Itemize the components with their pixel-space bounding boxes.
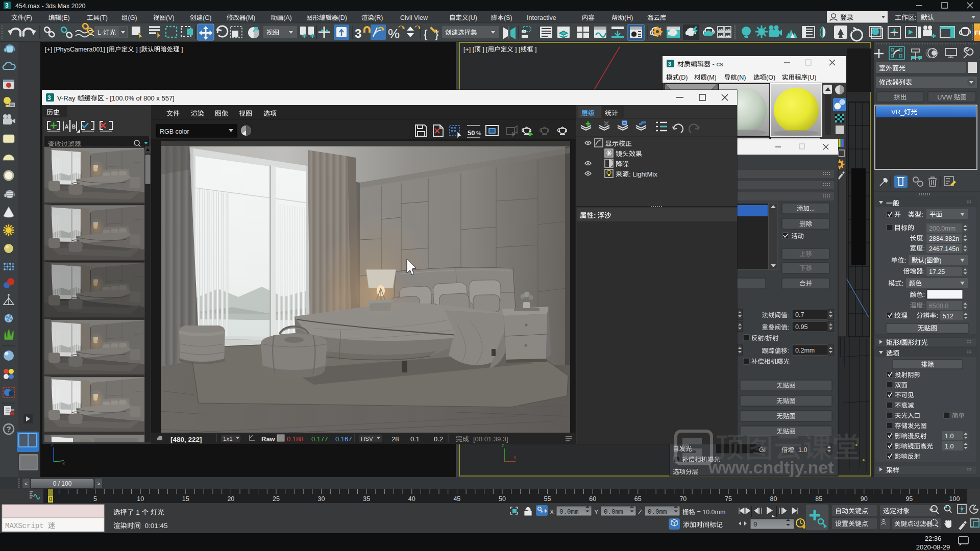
svg-text:Civil View: Civil View bbox=[400, 14, 428, 21]
svg-text::: : bbox=[904, 257, 906, 264]
svg-text::: : bbox=[594, 212, 598, 219]
svg-text:>: > bbox=[97, 481, 100, 487]
svg-text:(M): (M) bbox=[707, 74, 717, 81]
svg-text:{: { bbox=[424, 28, 427, 40]
svg-text:65: 65 bbox=[634, 495, 642, 503]
svg-text:A: A bbox=[65, 124, 68, 130]
svg-text:/: / bbox=[764, 335, 766, 342]
svg-text::: : bbox=[788, 324, 789, 331]
svg-text:75: 75 bbox=[725, 495, 732, 503]
svg-text:200.0mm: 200.0mm bbox=[929, 225, 955, 232]
svg-text::: : bbox=[915, 14, 917, 21]
svg-text:}: } bbox=[435, 28, 438, 40]
svg-text:V-Ray: V-Ray bbox=[57, 94, 77, 102]
svg-text:[+] [: [+] [ bbox=[463, 46, 475, 53]
svg-text:): ) bbox=[939, 257, 941, 264]
svg-text:= 10.0mm: = 10.0mm bbox=[695, 509, 725, 516]
svg-text:VR_: VR_ bbox=[891, 108, 904, 116]
svg-text:0: 0 bbox=[49, 496, 52, 502]
svg-text:www.cndtjy.net: www.cndtjy.net bbox=[708, 458, 834, 477]
svg-text:0.0mm: 0.0mm bbox=[559, 509, 579, 516]
svg-text::: : bbox=[923, 267, 925, 275]
svg-text:50: 50 bbox=[499, 495, 506, 503]
svg-text:454.max - 3ds Max 2020: 454.max - 3ds Max 2020 bbox=[15, 3, 86, 10]
svg-text:0.1: 0.1 bbox=[410, 435, 420, 443]
svg-text:30: 30 bbox=[318, 495, 325, 503]
svg-text:/: / bbox=[899, 339, 901, 346]
svg-text::: : bbox=[923, 291, 925, 298]
svg-text:50: 50 bbox=[468, 129, 475, 137]
svg-text:] [: ] [ bbox=[513, 46, 521, 53]
svg-text:0.95: 0.95 bbox=[795, 323, 807, 331]
svg-text:Y:: Y: bbox=[594, 509, 600, 516]
svg-text:(T): (T) bbox=[100, 14, 108, 21]
svg-text::: : bbox=[921, 211, 923, 218]
svg-text:UVW: UVW bbox=[937, 94, 954, 101]
svg-text:3: 3 bbox=[47, 94, 51, 102]
svg-text:15: 15 bbox=[182, 495, 189, 503]
svg-text:35: 35 bbox=[363, 495, 370, 503]
svg-text:3: 3 bbox=[355, 27, 361, 40]
svg-text::: : bbox=[923, 234, 925, 242]
svg-text:(D): (D) bbox=[338, 14, 347, 21]
svg-text:B: B bbox=[72, 124, 76, 130]
svg-text:3: 3 bbox=[5, 2, 9, 9]
svg-text:] [: ] [ bbox=[134, 46, 141, 53]
svg-text::: : bbox=[923, 244, 925, 252]
svg-text:0.0mm: 0.0mm bbox=[648, 509, 667, 516]
svg-text:(A): (A) bbox=[283, 14, 292, 21]
svg-text:Z:: Z: bbox=[638, 509, 644, 516]
svg-text:(N): (N) bbox=[737, 74, 746, 81]
svg-text:1.0: 1.0 bbox=[798, 446, 807, 454]
svg-text:[+] [PhysCamera001] [: [+] [PhysCamera001] [ bbox=[45, 46, 109, 53]
svg-text:0.167: 0.167 bbox=[335, 435, 352, 443]
svg-text:x: x bbox=[62, 461, 65, 466]
svg-text:[480, 222]: [480, 222] bbox=[170, 436, 202, 443]
svg-text:0.188: 0.188 bbox=[287, 435, 304, 443]
svg-text:X:: X: bbox=[550, 509, 556, 516]
svg-text:MAXScript: MAXScript bbox=[5, 522, 48, 530]
svg-text:(H): (H) bbox=[624, 14, 633, 21]
svg-text:55: 55 bbox=[544, 495, 551, 503]
svg-text:28: 28 bbox=[391, 435, 399, 443]
svg-text:45: 45 bbox=[453, 495, 460, 503]
svg-text:0.177: 0.177 bbox=[311, 435, 328, 443]
svg-text:3: 3 bbox=[668, 61, 671, 67]
svg-text:22:36: 22:36 bbox=[925, 535, 942, 542]
svg-text:- cs: - cs bbox=[710, 60, 723, 68]
svg-text:(G): (G) bbox=[128, 14, 137, 21]
svg-text:..: .. bbox=[933, 520, 936, 528]
svg-text:85: 85 bbox=[815, 495, 822, 503]
svg-text:0.2: 0.2 bbox=[434, 435, 443, 443]
svg-text:95: 95 bbox=[905, 495, 913, 503]
svg-text:(M): (M) bbox=[246, 14, 256, 21]
svg-text:40: 40 bbox=[408, 495, 415, 503]
svg-text:0.0mm: 0.0mm bbox=[604, 509, 623, 516]
svg-text:] [: ] [ bbox=[481, 46, 488, 53]
svg-text:70: 70 bbox=[679, 495, 687, 503]
svg-text:0:01:45: 0:01:45 bbox=[141, 522, 168, 530]
svg-text:<: < bbox=[24, 481, 28, 487]
svg-text:6500.0: 6500.0 bbox=[929, 303, 948, 310]
svg-text:2884.382n: 2884.382n bbox=[929, 235, 959, 242]
svg-text:]: ] bbox=[533, 46, 537, 53]
svg-text:(O): (O) bbox=[766, 74, 775, 81]
svg-text:512: 512 bbox=[943, 313, 953, 320]
svg-text::: : bbox=[788, 347, 789, 355]
svg-text:5: 5 bbox=[93, 495, 97, 503]
svg-text:100: 100 bbox=[949, 495, 960, 503]
svg-text:1: 1 bbox=[134, 509, 142, 516]
svg-text:10: 10 bbox=[137, 495, 144, 503]
svg-text:- [100.0% of 800 x 557]: - [100.0% of 800 x 557] bbox=[104, 94, 175, 102]
svg-text:%: % bbox=[388, 26, 400, 41]
svg-text:FP: FP bbox=[974, 29, 980, 37]
svg-text:(S): (S) bbox=[504, 14, 512, 21]
svg-text:x: x bbox=[513, 455, 516, 460]
svg-text:1.0: 1.0 bbox=[945, 433, 953, 440]
svg-text::: : bbox=[936, 312, 938, 319]
svg-text:1x1: 1x1 bbox=[223, 436, 233, 442]
svg-text:1.0: 1.0 bbox=[945, 443, 953, 450]
svg-text:60: 60 bbox=[589, 495, 596, 503]
svg-text::: : bbox=[788, 312, 789, 319]
svg-text:(V): (V) bbox=[166, 14, 175, 21]
